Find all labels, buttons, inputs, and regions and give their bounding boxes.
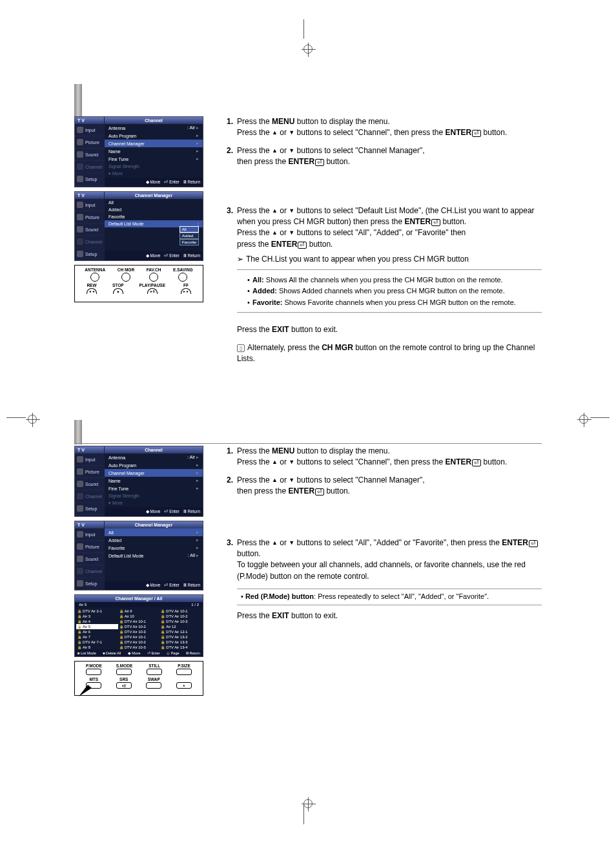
remote-diagram-top: ANTENNA CH MGR FAV.CH E.SAVING REW◄◄ STO… xyxy=(74,265,203,302)
t: Shows Favorite channels when you press C… xyxy=(282,298,515,306)
rc-play-icon: ►II xyxy=(147,288,158,294)
osd-tv-label: T V xyxy=(75,192,105,199)
side-channel: Channel xyxy=(85,569,102,574)
channel-list-grid: Channel Manager / All Air 5 1 / 2 🔒DTV A… xyxy=(74,594,203,657)
row-favorite: Favorite xyxy=(108,214,125,219)
chlist-return: Return xyxy=(189,651,200,655)
rc-swap: SWAP xyxy=(148,677,160,682)
rc-ch-mgr: CH MGR xyxy=(118,267,134,272)
instructions-bottom: 1. Press the MENU button to display the … xyxy=(203,446,542,696)
t: button. xyxy=(307,240,333,249)
t: then press the xyxy=(237,486,288,496)
section-default-list-mode: T V Channel Input Picture Sound Channel … xyxy=(74,116,542,365)
svg-marker-0 xyxy=(79,685,92,696)
channel-cell: 🔒DTV Air 10-3 xyxy=(118,629,160,634)
t: Press the xyxy=(237,611,272,620)
channel-cell: 🔒Air 8 xyxy=(76,645,118,650)
t: Alternately, press the xyxy=(247,343,322,352)
rc-rew-icon: ◄◄ xyxy=(87,288,97,294)
osd-tv-label: T V xyxy=(75,446,105,454)
row-signal-strength: Signal Strength xyxy=(108,494,139,498)
row-antenna: Antenna xyxy=(108,455,125,460)
note-box-2: • Red (P.Mode) button: Press repeatedly … xyxy=(237,589,542,605)
side-sound: Sound xyxy=(85,227,98,232)
t: Press the xyxy=(237,117,272,126)
channel-cell: 🔒Air 7 xyxy=(76,634,118,640)
enter-icon: ⏎ xyxy=(298,242,307,249)
t: buttons to select "Channel Manager", xyxy=(294,146,424,155)
channel-cell: 🔒DTV Air 10-3 xyxy=(159,619,201,624)
down-arrow-icon: ▼ xyxy=(289,129,294,137)
row-auto-program: Auto Program xyxy=(108,134,136,138)
osd-tv-label: T V xyxy=(75,521,105,528)
row-channel-manager: Channel Manager xyxy=(108,471,145,475)
t: buttons to select "All", "Added", or "Fa… xyxy=(294,228,466,237)
osd-tv-label: T V xyxy=(75,117,105,124)
row-name: Name xyxy=(108,149,121,154)
instructions-top: 1. Press the MENU button to display the … xyxy=(203,116,542,365)
row-channel-manager: Channel Manager xyxy=(108,141,145,146)
footer-move: Move xyxy=(150,583,160,587)
section-ornament-bar xyxy=(74,420,82,444)
rc-ff-icon: ►► xyxy=(181,288,191,294)
side-setup: Setup xyxy=(85,252,97,256)
down-arrow-icon: ▼ xyxy=(289,476,294,485)
left-column-2: T V Channel Input Picture Sound Channel … xyxy=(74,446,203,696)
section-ornament-bar xyxy=(74,84,82,116)
footer-return: Return xyxy=(187,180,200,184)
down-arrow-icon: ▼ xyxy=(289,539,294,547)
enter-bold: ENTER xyxy=(502,538,528,547)
side-channel: Channel xyxy=(85,494,102,499)
t: button. xyxy=(481,457,507,466)
t: Press the xyxy=(237,228,272,237)
up-arrow-icon: ▲ xyxy=(272,207,278,215)
osd-channel-manager-dlm: T V Channel Manager Input Picture Sound … xyxy=(74,191,203,261)
channel-cell: 🔒DTV Air 13-3 xyxy=(159,640,201,645)
t: button to display the menu. xyxy=(294,446,389,455)
rc-pmode: P.MODE xyxy=(86,663,102,668)
channel-cell: 🔒Air 4 xyxy=(76,619,118,624)
row-name: Name xyxy=(108,479,121,483)
exit-bold: EXIT xyxy=(272,325,289,334)
channel-cell: 🔒Air 6 xyxy=(76,629,118,634)
footer-enter: Enter xyxy=(169,509,180,514)
rc-mts: MTS xyxy=(89,677,98,682)
side-setup: Setup xyxy=(85,581,97,586)
footer-return: Return xyxy=(187,253,200,258)
t: or xyxy=(278,206,289,215)
footer-return: Return xyxy=(187,583,200,587)
side-picture: Picture xyxy=(85,545,99,549)
crop-mark-top xyxy=(303,19,313,50)
enter-icon: ⏎ xyxy=(472,459,481,466)
osd-channel-menu: T V Channel Input Picture Sound Channel … xyxy=(74,116,203,187)
osd-channel-menu-2: T V Channel Input Picture Sound Channel … xyxy=(74,446,203,517)
t: Press the xyxy=(237,206,272,215)
channel-cell: 🔒Air 3 xyxy=(76,614,118,619)
osd-header: Channel Manager xyxy=(105,192,203,199)
row-auto-program: Auto Program xyxy=(108,463,136,468)
chlist-subleft: Air 5 xyxy=(79,603,87,607)
chlist-move: Move xyxy=(132,651,140,655)
b: Red (P.Mode) button xyxy=(245,592,314,600)
t: then press the xyxy=(237,157,288,166)
channel-cell: 🔒DTV Air 13-4 xyxy=(159,645,201,650)
down-arrow-icon: ▼ xyxy=(289,147,294,155)
rc-smode: S.MODE xyxy=(116,663,133,668)
up-arrow-icon: ▲ xyxy=(272,129,278,137)
footer-enter: Enter xyxy=(169,253,180,258)
side-input: Input xyxy=(85,203,96,207)
t: button to exit. xyxy=(289,325,338,334)
t: button. xyxy=(440,217,466,226)
osd-main-panel: Antenna: Air ▸ Auto Program▸ Channel Man… xyxy=(105,124,203,187)
crop-mark-bottom xyxy=(303,795,313,826)
t: or xyxy=(278,228,289,237)
rc-stop: STOP xyxy=(112,283,124,287)
side-sound: Sound xyxy=(85,482,98,486)
t: or xyxy=(278,475,289,485)
down-arrow-icon: ▼ xyxy=(289,458,294,466)
t: buttons to select "Channel Manager", xyxy=(294,475,424,485)
page: T V Channel Input Picture Sound Channel … xyxy=(0,0,616,845)
t: To toggle between your all channels, add… xyxy=(237,560,526,580)
channel-cell: 🔒DTV Air 10-3 xyxy=(118,645,160,650)
chlist-subright: 1 / 2 xyxy=(191,603,199,607)
